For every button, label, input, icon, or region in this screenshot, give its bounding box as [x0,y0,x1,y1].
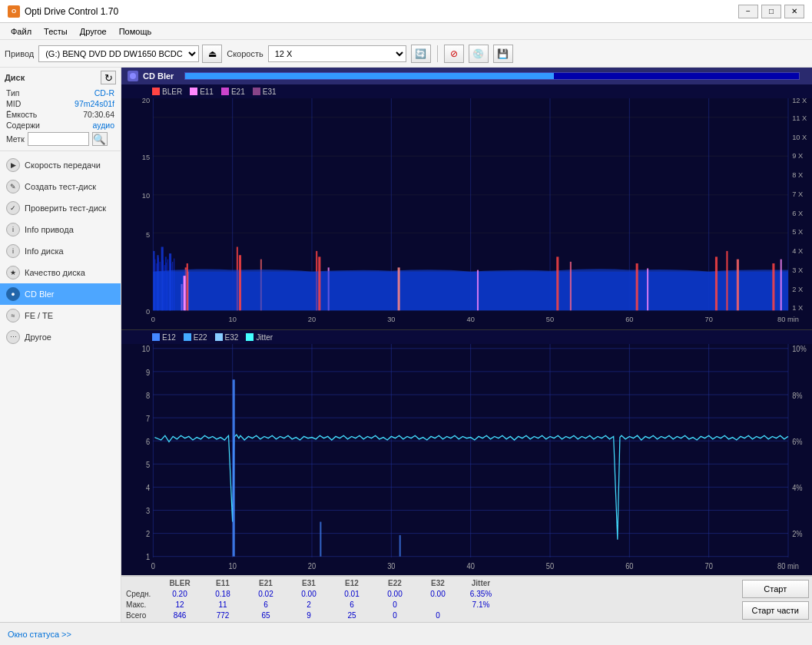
maximize-button[interactable]: □ [761,5,781,18]
sidebar-item-create-test-label: Создать тест-диск [25,182,96,191]
svg-text:8%: 8% [792,391,803,400]
legend-e31-label: E31 [263,88,277,96]
stats-avg-jitter: 6.35% [459,589,502,599]
stats-header-e32: E32 [416,578,459,588]
sidebar-item-disk-info[interactable]: i Info диска [0,240,121,262]
svg-rect-81 [772,263,774,310]
chart-title: CD Bler [143,71,174,81]
metka-input[interactable] [28,132,89,146]
sidebar-item-create-test[interactable]: ✎ Создать тест-диск [0,176,121,197]
disk-content-key: Содержи [6,121,40,130]
disk-section: Диск ↻ Тип CD-R MID 97m24s01f Ёмкость 70… [0,68,121,151]
svg-text:9: 9 [146,368,151,377]
fe-te-icon: ≈ [6,309,20,322]
legend-e12-dot [152,333,160,341]
start-button[interactable]: Старт [742,580,809,598]
svg-text:10: 10 [229,561,237,571]
stats-max-row: Макс. 12 11 6 2 6 0 7.1% [124,600,736,610]
start-parts-button[interactable]: Старт части [742,601,809,620]
svg-text:5: 5 [146,230,150,238]
erase-button[interactable]: ⊘ [444,45,464,63]
disk-refresh-btn[interactable]: ↻ [101,71,116,84]
stats-headers-row: BLER E11 E21 E31 E12 E22 E32 Jitter [124,578,736,588]
sidebar-item-fe-te[interactable]: ≈ FE / TE [0,305,121,326]
disk-info-icon: i [6,244,20,258]
bottom-chart-svg: 10 9 8 7 6 5 4 3 2 1 10% 8% 6% 4% [121,344,812,575]
stats-max-bler: 12 [158,600,201,610]
close-button[interactable]: ✕ [784,5,804,18]
speed-select[interactable]: 12 X [268,45,406,62]
drive-eject-button[interactable]: ⏏ [202,45,222,63]
sidebar-item-drive-info[interactable]: i Info привода [0,219,121,240]
legend-e22-dot [184,333,191,341]
speed-selector-wrapper: 12 X [268,45,406,62]
app-icon: O [8,5,20,18]
status-bar: Окно статуса >> [0,622,812,645]
legend-e11: E11 [190,88,214,96]
bottom-chart-area: 10 9 8 7 6 5 4 3 2 1 10% 8% 6% 4% [121,344,812,575]
disk-type-key: Тип [6,88,20,98]
svg-text:10%: 10% [792,345,807,354]
menu-other[interactable]: Другое [74,25,113,38]
main-layout: Диск ↻ Тип CD-R MID 97m24s01f Ёмкость 70… [0,68,812,622]
menu-tests[interactable]: Тесты [38,25,74,38]
sidebar-item-check-test[interactable]: ✓ Проверить тест-диск [0,197,121,219]
svg-text:5 X: 5 X [792,227,804,236]
legend-e32: E32 [215,333,239,342]
disk-mid-key: MID [6,99,21,108]
legend-jitter-label: Jitter [256,333,273,342]
stats-max-e31: 2 [287,600,330,610]
svg-text:2 X: 2 X [792,284,804,293]
disk-header: Диск ↻ [5,71,116,84]
stats-header-e31: E31 [287,578,330,588]
drive-select[interactable]: (G:) BENQ DVD DD DW1650 BCDC [38,45,199,62]
sidebar-item-cd-bler[interactable]: ● CD Bler [0,283,121,305]
burn-button[interactable]: 💿 [469,45,489,63]
sidebar-item-other[interactable]: ⋯ Другое [0,326,121,348]
content-area: CD Bler BLER E11 E21 [121,68,812,622]
chart-icon [128,71,138,81]
svg-rect-127 [233,379,235,556]
svg-text:50: 50 [546,561,555,571]
window-controls: − □ ✕ [738,5,804,18]
stats-max-e12: 6 [330,600,373,610]
stats-avg-e31: 0.00 [287,589,330,599]
svg-text:15: 15 [142,152,150,160]
sidebar-item-disk-info-label: Info диска [25,246,64,256]
menu-help[interactable]: Помощь [113,25,158,38]
save-button[interactable]: 💾 [493,45,513,63]
svg-text:6: 6 [146,437,151,446]
svg-rect-79 [726,251,727,310]
sidebar-item-speed[interactable]: ▶ Скорость передачи [0,154,121,176]
legend-e22: E22 [184,333,207,342]
toolbar: Привод (G:) BENQ DVD DD DW1650 BCDC ⏏ Ск… [0,40,812,68]
svg-rect-80 [737,260,739,311]
svg-point-0 [130,73,136,79]
svg-text:40: 40 [466,315,474,323]
status-text[interactable]: Окно статуса >> [8,630,71,639]
svg-rect-76 [636,263,638,310]
stats-total-bler: 846 [158,610,201,620]
legend-e11-label: E11 [200,88,214,96]
other-icon: ⋯ [6,330,20,344]
stats-total-e22: 0 [373,610,416,620]
disk-capacity-val: 70:30.64 [83,110,114,119]
svg-text:10: 10 [142,191,150,200]
stats-header-e11: E11 [201,578,244,588]
svg-rect-128 [320,522,321,557]
svg-rect-77 [647,268,648,310]
sidebar-item-quality[interactable]: ★ Качество диска [0,262,121,283]
stats-max-jitter: 7.1% [459,600,502,610]
stats-header-jitter: Jitter [459,578,502,588]
disk-mid-val: 97m24s01f [75,99,114,108]
minimize-button[interactable]: − [738,5,758,18]
stats-max-e32 [416,604,459,606]
speed-icon: ▶ [6,158,20,172]
menu-file[interactable]: Файл [5,25,38,38]
svg-rect-78 [715,256,718,310]
legend-e32-label: E32 [225,333,239,342]
refresh-button[interactable]: 🔄 [411,45,431,63]
bottom-buttons: Старт Старт части [736,578,809,620]
metka-search-btn[interactable]: 🔍 [92,132,108,146]
legend-e21-label: E21 [231,88,245,96]
